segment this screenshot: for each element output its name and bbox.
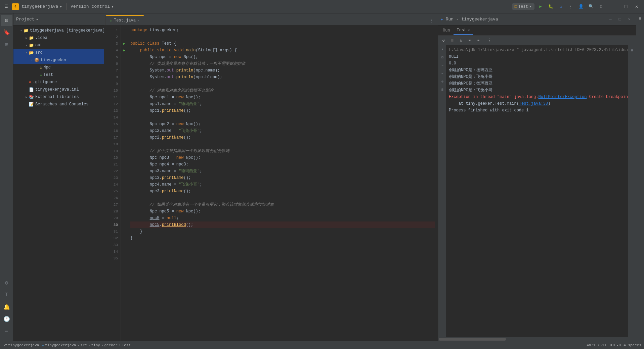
notifications-tool-button[interactable]: 🔔 bbox=[1, 301, 12, 313]
run-side-btn[interactable]: ≡ bbox=[628, 47, 636, 55]
titlebar-actions: □ Test ▾ ▶ 🐛 ☑ ⋮ 👤 🔍 ⚙ bbox=[512, 3, 605, 11]
scroll-down-step2[interactable]: ↶ bbox=[438, 61, 446, 69]
run-tab-test-label: Test bbox=[457, 28, 467, 33]
line-num-18: 18 bbox=[114, 141, 118, 148]
status-charset[interactable]: UTF-8 bbox=[610, 343, 621, 347]
separator bbox=[66, 3, 67, 10]
nullpointerexception-link[interactable]: NullPointerException bbox=[538, 95, 587, 99]
tree-item-gitignore[interactable]: ⊖ .gitignore bbox=[13, 79, 104, 86]
restore-button[interactable]: □ bbox=[621, 2, 631, 11]
run-output-line-3: 0.0 bbox=[449, 60, 625, 67]
restore-output-button[interactable]: ↻ bbox=[457, 36, 465, 44]
more-actions-button[interactable]: ⋮ bbox=[567, 3, 575, 11]
vcs-chevron: ▾ bbox=[111, 4, 114, 9]
code-content[interactable]: package tiny.geeker; public class Test {… bbox=[128, 26, 438, 341]
test-java-link[interactable]: Test.java:30 bbox=[519, 101, 548, 106]
run-horizontal-scrollbar[interactable] bbox=[438, 337, 636, 341]
run-config-selector[interactable]: □ Test ▾ bbox=[512, 3, 534, 10]
tree-item-root[interactable]: ▾ 📁 tinygeekerjava [tinygeekerjava] D:\t… bbox=[13, 27, 104, 34]
scroll-to-end-button[interactable]: ↶ bbox=[466, 36, 474, 44]
project-selector[interactable]: tinygeekerjava ▾ bbox=[22, 4, 62, 9]
tab-test-java-close[interactable]: ✕ bbox=[138, 18, 140, 22]
settings-button[interactable]: ⚙ bbox=[597, 3, 605, 11]
menu-icon[interactable]: ☰ bbox=[3, 3, 9, 10]
run-tab-run[interactable]: Run bbox=[439, 26, 454, 35]
tab-test-java[interactable]: ☕ Test.java ✕ bbox=[105, 15, 144, 25]
gutter-22 bbox=[121, 168, 128, 174]
tree-item-package[interactable]: ▾ 📦 tiny.geeker bbox=[13, 56, 104, 64]
more-output-options[interactable]: ⋮ bbox=[485, 36, 493, 44]
gutter-20 bbox=[121, 154, 128, 161]
tree-item-extlibs[interactable]: ▶ 📚 External Libraries bbox=[13, 93, 104, 101]
status-indent-label: 4 spaces bbox=[624, 343, 641, 347]
code-line-29: npc5 = null; bbox=[130, 215, 435, 221]
status-breadcrumb[interactable]: ☕ tinygeekerjava › src › tiny › geeker ›… bbox=[42, 343, 131, 347]
expand-tool-button[interactable]: ⋯ bbox=[1, 326, 12, 337]
run-tab-test[interactable]: Test ✕ bbox=[454, 26, 473, 35]
stop-button[interactable]: ⏹ bbox=[448, 36, 456, 44]
scroll-down-step1[interactable]: ⊟ bbox=[438, 53, 446, 61]
tree-label-iml: tinygeekerjava.iml bbox=[35, 87, 79, 92]
project-tool-button[interactable]: ⊟ bbox=[1, 15, 12, 26]
tree-item-test[interactable]: ☕ Test bbox=[13, 71, 104, 79]
run-output-line-8: Exception in thread "main" java.lang.Nul… bbox=[449, 94, 625, 100]
coverage-button[interactable]: ☑ bbox=[557, 3, 565, 11]
run-output-line-7: 创建的NPC是：飞兔小哥 bbox=[449, 87, 625, 94]
run-output-line-2: null bbox=[449, 53, 625, 60]
run-button[interactable]: ▶ bbox=[536, 3, 545, 11]
code-line-21: Npc npc4 = npc3; bbox=[130, 161, 435, 168]
breadcrumb-project: tinygeekerjava bbox=[45, 343, 76, 347]
scroll-down-step4[interactable]: ⊕ bbox=[438, 78, 446, 86]
tree-arrow: ▾ bbox=[19, 28, 24, 33]
line-num-30: 30 bbox=[114, 221, 118, 228]
print-button[interactable]: ↷ bbox=[474, 36, 482, 44]
run-tab-bar: Run Test ✕ bbox=[438, 26, 636, 36]
vcs-selector[interactable]: Version control ▾ bbox=[71, 4, 114, 9]
tree-arrow-src: ▾ bbox=[24, 50, 29, 55]
status-git[interactable]: ⎇ tinygeekerjava bbox=[3, 343, 39, 347]
rerun-button[interactable]: ↺ bbox=[439, 36, 447, 44]
gutter-31 bbox=[121, 228, 128, 235]
run-panel-maximize-btn[interactable]: □ bbox=[616, 15, 624, 23]
scroll-down-step3[interactable]: ↷ bbox=[438, 69, 446, 78]
gutter-run-4[interactable]: ▶ bbox=[121, 47, 128, 54]
time-tool-button[interactable]: 🕐 bbox=[1, 313, 12, 325]
trash-btn[interactable]: 🗑 bbox=[438, 86, 446, 94]
run-tab-test-close[interactable]: ✕ bbox=[468, 28, 470, 32]
debug-button[interactable]: 🐛 bbox=[547, 3, 555, 11]
tree-label-npc: Npc bbox=[43, 65, 51, 70]
minimize-button[interactable]: — bbox=[610, 2, 620, 11]
right-sidebar: ≡ bbox=[636, 13, 644, 341]
run-output: F:\Java\jdk-17\bin\java.exe "-javaagent:… bbox=[446, 45, 628, 337]
plugins-tool-button[interactable]: T bbox=[1, 289, 12, 301]
tree-item-npc[interactable]: ☕ Npc bbox=[13, 64, 104, 71]
breadcrumb-geeker: geeker bbox=[104, 343, 118, 347]
tree-item-iml[interactable]: 📄 tinygeekerjava.iml bbox=[13, 86, 104, 93]
gutter-run-3[interactable]: ▶ bbox=[121, 40, 128, 47]
run-panel-close-btn[interactable]: ✕ bbox=[625, 15, 633, 23]
tree-item-scratches[interactable]: 📝 Scratches and Consoles bbox=[13, 101, 104, 108]
status-position[interactable]: 49:1 bbox=[587, 343, 595, 347]
close-button[interactable]: ✕ bbox=[632, 2, 641, 11]
run-panel-title: Run - tinygeekerjava bbox=[446, 17, 605, 22]
line-numbers: 1 2 3 4 5 6 7 8 9 10 11 12 13 14 15 16 1… bbox=[104, 26, 121, 341]
code-editor[interactable]: 1 2 3 4 5 6 7 8 9 10 11 12 13 14 15 16 1… bbox=[104, 26, 438, 341]
tree-arrow-test bbox=[35, 72, 40, 77]
right-sidebar-btn[interactable]: ≡ bbox=[636, 15, 644, 23]
more-tabs-button[interactable]: ⋮ bbox=[427, 16, 436, 25]
settings-tool-button[interactable]: ⚙ bbox=[1, 277, 12, 289]
tree-item-idea[interactable]: ▶ 📁 .idea bbox=[13, 34, 104, 42]
tab-test-java-label: Test.java bbox=[114, 18, 136, 23]
tree-item-out[interactable]: ▾ 📁 out bbox=[13, 42, 104, 49]
bookmarks-tool-button[interactable]: 🔖 bbox=[1, 27, 12, 38]
gutter-35 bbox=[121, 255, 128, 262]
line-num-9: 9 bbox=[116, 81, 118, 87]
structure-tool-button[interactable]: ⊞ bbox=[1, 39, 12, 50]
scroll-up-btn[interactable]: ▲ bbox=[438, 45, 446, 53]
status-indent[interactable]: 4 spaces bbox=[624, 343, 641, 347]
run-panel-minimize-btn[interactable]: — bbox=[606, 15, 614, 23]
profile-button[interactable]: 👤 bbox=[577, 3, 585, 11]
search-everywhere-button[interactable]: 🔍 bbox=[587, 3, 595, 11]
tree-item-src[interactable]: ▾ 📂 src bbox=[13, 49, 104, 56]
status-line-ending[interactable]: CRLF bbox=[598, 343, 607, 347]
